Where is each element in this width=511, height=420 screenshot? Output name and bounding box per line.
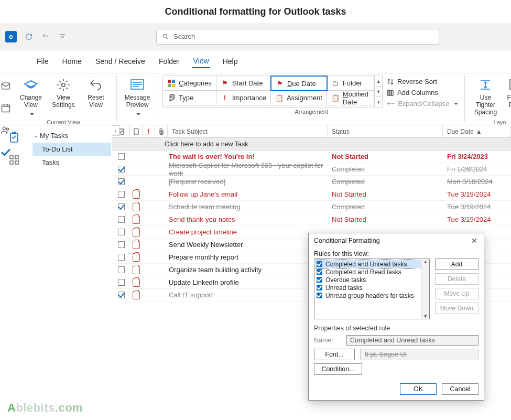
task-row[interactable]: Send thank-you notesNot StartedTue 3/19/…	[112, 213, 511, 226]
task-checkbox[interactable]	[118, 229, 125, 235]
font-button[interactable]: Font...	[314, 349, 355, 360]
cancel-button[interactable]: Cancel	[442, 383, 479, 395]
svg-rect-20	[389, 90, 391, 95]
rule-checkbox[interactable]	[317, 293, 322, 298]
message-preview-button[interactable]: Message Preview	[122, 76, 153, 118]
task-subject: Microsoft Copilot for Microsoft 365 - yo…	[166, 161, 328, 177]
task-checkbox[interactable]	[118, 216, 125, 223]
change-view-button[interactable]: Change View	[16, 76, 46, 118]
rule-item[interactable]: Completed and Unread tasks	[316, 260, 428, 268]
reverse-sort-button[interactable]: Reverse Sort	[387, 78, 458, 85]
arrangement-start-date[interactable]: ⚑Start Date	[216, 76, 271, 91]
collapse-nav-icon[interactable]: ‹	[112, 125, 119, 136]
folder-pane-button[interactable]: Folder Pane	[503, 76, 511, 118]
rule-item[interactable]: Unread tasks	[316, 284, 428, 292]
reset-view-button[interactable]: Reset View	[81, 76, 111, 109]
rule-checkbox[interactable]	[317, 269, 322, 275]
close-icon[interactable]: ✕	[469, 235, 480, 246]
move-up-button[interactable]: Move Up	[435, 288, 479, 299]
task-subject: The wait is over! You're in!	[166, 153, 328, 160]
svg-rect-0	[60, 34, 65, 35]
undo-icon[interactable]	[41, 32, 50, 41]
condition-button[interactable]: Condition...	[314, 363, 362, 375]
arrangement-due-date[interactable]: ⚑Due Date	[271, 76, 327, 91]
nav-item-todo-list[interactable]: To-Do List	[32, 143, 111, 156]
task-checkbox[interactable]	[118, 279, 125, 286]
scrollbar[interactable]: ▲▼	[421, 259, 429, 319]
svg-rect-15	[168, 80, 171, 83]
menu-home[interactable]: Home	[61, 55, 83, 68]
svg-rect-28	[10, 156, 13, 159]
task-checkbox[interactable]	[118, 153, 125, 160]
menu-help[interactable]: Help	[222, 55, 239, 68]
rule-item[interactable]: Completed and Read tasks	[316, 268, 428, 276]
sort-asc-icon: ▲	[476, 128, 482, 135]
chevron-down-icon: ⌄	[34, 133, 38, 138]
task-checkbox[interactable]	[118, 266, 125, 273]
task-checkbox[interactable]	[118, 178, 125, 185]
ribbon-group-arrangement: Categories ⚑Start Date ⚑Due Date 🗀Folder…	[159, 73, 463, 125]
task-row[interactable]: Microsoft Copilot for Microsoft 365 - yo…	[112, 163, 511, 176]
rule-checkbox[interactable]	[317, 285, 322, 290]
rule-label: Unread tasks	[325, 284, 363, 292]
task-checkbox[interactable]	[118, 166, 125, 173]
col-due-date[interactable]: Due Date▲	[443, 125, 511, 137]
task-checkbox[interactable]	[118, 203, 125, 210]
move-down-button[interactable]: Move Down	[435, 303, 479, 314]
arrangement-type[interactable]: 🗐Type	[163, 91, 216, 105]
col-status[interactable]: Status	[328, 125, 443, 137]
svg-rect-18	[172, 84, 175, 87]
menu-send-receive[interactable]: Send / Receive	[94, 55, 146, 68]
search-input[interactable]: Search	[156, 29, 439, 45]
col-attachment-icon[interactable]	[155, 125, 168, 137]
task-checkbox[interactable]	[118, 292, 125, 298]
nav-item-tasks[interactable]: Tasks	[32, 156, 111, 169]
nav-header-my-tasks[interactable]: ⌄My Tasks	[32, 128, 111, 143]
delete-button[interactable]: Delete	[435, 273, 479, 285]
view-settings-button[interactable]: View Settings	[48, 76, 79, 109]
mail-icon[interactable]	[0, 81, 12, 91]
col-importance-icon[interactable]: !	[143, 125, 155, 137]
arrangement-assignment[interactable]: 📋Assignment	[271, 91, 327, 105]
task-type-icon	[130, 190, 143, 199]
calendar-icon[interactable]	[0, 103, 12, 113]
arrangement-scroll[interactable]: ▲▼▾	[374, 76, 383, 107]
rule-checkbox[interactable]	[317, 277, 322, 283]
use-tighter-spacing-button[interactable]: Use Tighter Spacing	[470, 76, 501, 116]
task-checkbox[interactable]	[118, 254, 125, 261]
ok-button[interactable]: OK	[400, 383, 437, 395]
task-subject: Prepare monthly report	[166, 253, 328, 261]
rule-checkbox[interactable]	[317, 261, 322, 267]
col-subject[interactable]: Task Subject	[168, 125, 328, 137]
svg-rect-19	[387, 90, 389, 95]
apps-rail-icon[interactable]	[9, 155, 19, 166]
task-checkbox[interactable]	[118, 241, 125, 248]
task-row[interactable]: Schedule team meetingCompletedTue 3/19/2…	[112, 201, 511, 213]
add-button[interactable]: Add	[435, 259, 479, 270]
menu-file[interactable]: File	[36, 55, 50, 68]
todo-rail-icon[interactable]	[9, 132, 19, 145]
arrangement-importance[interactable]: !Importance	[216, 91, 271, 105]
sync-icon[interactable]	[24, 32, 34, 41]
rules-listbox[interactable]: Completed and Unread tasksCompleted and …	[314, 259, 430, 319]
ribbon-group-message-preview: Message Preview	[118, 73, 157, 125]
expand-collapse-button[interactable]: +−Expand/Collapse	[387, 100, 458, 107]
task-subject: Update LinkedIn profile	[166, 278, 328, 286]
add-columns-button[interactable]: Add Columns	[387, 89, 458, 96]
arrangement-folder[interactable]: 🗀Folder	[327, 76, 375, 91]
arrangement-modified-date[interactable]: 📋Modified Date	[327, 91, 375, 105]
menu-view[interactable]: View	[192, 55, 210, 68]
task-row[interactable]: [Request received]CompletedMon 3/18/2024	[112, 176, 511, 188]
arrangement-categories[interactable]: Categories	[163, 76, 216, 91]
qat-customize-icon[interactable]	[58, 32, 67, 41]
rule-item[interactable]: Unread group headers for tasks	[316, 292, 428, 299]
svg-rect-31	[15, 161, 18, 164]
rule-item[interactable]: Overdue tasks	[316, 276, 428, 284]
task-checkbox[interactable]	[118, 191, 125, 198]
menu-folder[interactable]: Folder	[158, 55, 181, 68]
task-row[interactable]: Follow up Jane's emailNot StartedTue 3/1…	[112, 188, 511, 201]
ribbon-group-layout: Use Tighter Spacing Folder Pane Layo	[466, 73, 511, 125]
new-task-input[interactable]: Click here to add a new Task	[112, 138, 511, 150]
task-subject: Send Weekly Newsletter	[166, 241, 328, 249]
col-icon-icon[interactable]	[130, 125, 143, 137]
